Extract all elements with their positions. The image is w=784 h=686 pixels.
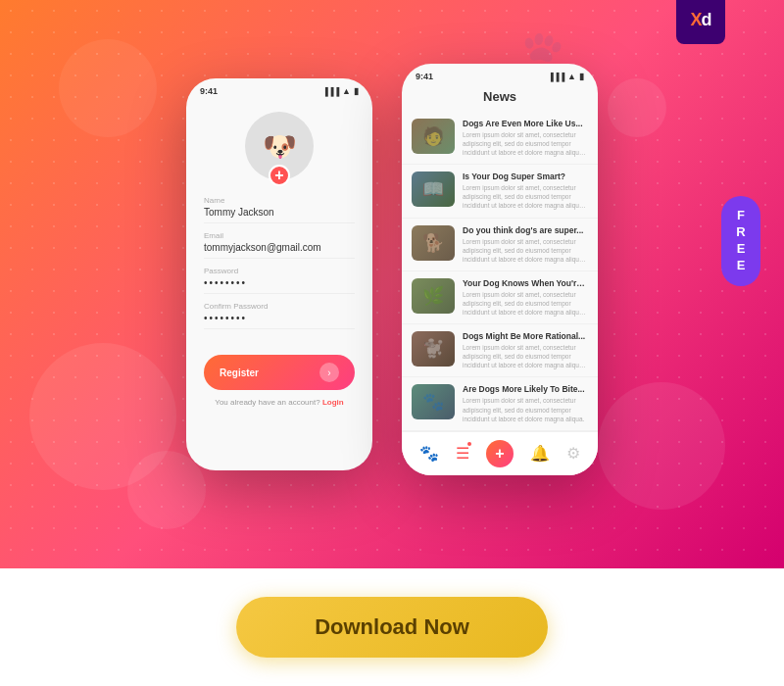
name-label: Name (204, 196, 355, 205)
list-nav-icon: ☰ (456, 445, 469, 462)
decorative-blob (127, 451, 206, 529)
battery-icon: ▮ (579, 72, 584, 81)
free-badge: F R E E (721, 196, 760, 286)
signal-icon: ▐▐▐ (322, 87, 339, 96)
add-photo-button[interactable]: + (269, 165, 290, 186)
password-value[interactable]: •••••••• (204, 277, 355, 294)
status-bar-news: 9:41 ▐▐▐ ▲ ▮ (402, 64, 598, 83)
free-label-e2: E (725, 258, 757, 274)
login-prompt: You already have an account? Login (186, 398, 372, 407)
news-item-body-1: Lorem ipsum dolor sit amet, consectetur … (463, 130, 588, 157)
free-label-r: R (725, 224, 757, 241)
bell-nav-icon: 🔔 (530, 445, 550, 462)
news-thumb-2: 📖 (412, 172, 455, 207)
thumb-silhouette-2: 📖 (412, 172, 455, 207)
name-value[interactable]: Tommy Jackson (204, 207, 355, 223)
news-content-4: Your Dog Knows When You're... Lorem ipsu… (463, 278, 588, 317)
xd-label: Xd (690, 10, 710, 29)
news-content-2: Is Your Dog Super Smart? Lorem ipsum dol… (463, 172, 588, 210)
news-item-title-4: Your Dog Knows When You're... (463, 278, 588, 288)
news-item-title-5: Dogs Might Be More Rational... (463, 331, 588, 341)
nav-news[interactable]: ☰ (456, 444, 469, 463)
news-item-title-1: Dogs Are Even More Like Us... (463, 119, 588, 128)
free-label-e1: E (725, 241, 757, 258)
nav-add-button[interactable]: + (486, 440, 514, 467)
register-arrow-icon: › (319, 363, 339, 382)
dog-icon: 🐶 (263, 130, 297, 163)
nav-paw[interactable]: 🐾 (419, 444, 439, 463)
battery-icon: ▮ (354, 86, 359, 96)
phone-register: 9:41 ▐▐▐ ▲ ▮ 🐶 + Name Tommy Jackson Emai… (186, 78, 372, 470)
bottom-nav: 🐾 ☰ + 🔔 ⚙ (402, 431, 598, 475)
news-thumb-1: 🧑 (412, 119, 455, 154)
status-icons-register: ▐▐▐ ▲ ▮ (322, 86, 359, 96)
status-icons-news: ▐▐▐ ▲ ▮ (548, 72, 584, 81)
wifi-icon: ▲ (342, 86, 351, 96)
decorative-blob (598, 382, 725, 510)
register-form: Name Tommy Jackson Email tommyjackson@gm… (186, 188, 372, 345)
time-news: 9:41 (416, 72, 433, 81)
download-section: Download Now (0, 568, 784, 686)
phone-news: 9:41 ▐▐▐ ▲ ▮ News 🧑 Dogs Are Even More L… (402, 64, 598, 475)
nav-settings[interactable]: ⚙ (566, 444, 580, 463)
news-content-3: Do you think dog's are super... Lorem ip… (463, 225, 588, 264)
news-item-body-4: Lorem ipsum dolor sit amet, consectetur … (463, 290, 588, 317)
news-item-title-2: Is Your Dog Super Smart? (463, 172, 588, 181)
thumb-silhouette-6: 🐾 (412, 384, 455, 419)
time-register: 9:41 (200, 86, 218, 96)
email-value[interactable]: tommyjackson@gmail.com (204, 242, 355, 259)
news-content-5: Dogs Might Be More Rational... Lorem ips… (463, 331, 588, 369)
thumb-silhouette-1: 🧑 (412, 119, 455, 154)
news-item[interactable]: 🌿 Your Dog Knows When You're... Lorem ip… (402, 271, 598, 324)
status-bar-register: 9:41 ▐▐▐ ▲ ▮ (186, 78, 372, 98)
banner: 🐾 Xd F R E E 9:41 ▐▐▐ ▲ ▮ 🐶 + (0, 0, 784, 568)
login-prompt-text: You already have an account? (215, 398, 319, 407)
avatar-section[interactable]: 🐶 + (186, 98, 372, 188)
thumb-silhouette-5: 🐩 (412, 331, 455, 367)
decorative-blob (608, 78, 666, 137)
password-label: Password (204, 267, 355, 275)
decorative-blob (59, 39, 157, 137)
xd-badge: Xd (676, 0, 725, 44)
news-item[interactable]: 🐩 Dogs Might Be More Rational... Lorem i… (402, 324, 598, 377)
news-thumb-4: 🌿 (412, 278, 455, 314)
signal-icon: ▐▐▐ (548, 73, 564, 81)
confirm-password-label: Confirm Password (204, 302, 355, 311)
news-list: 🧑 Dogs Are Even More Like Us... Lorem ip… (402, 112, 598, 431)
news-item-body-6: Lorem ipsum dolor sit amet, consectetur … (463, 396, 588, 422)
paw-nav-icon: 🐾 (419, 445, 439, 462)
register-button-label: Register (220, 368, 259, 378)
news-content-1: Dogs Are Even More Like Us... Lorem ipsu… (463, 119, 588, 157)
register-button[interactable]: Register › (204, 355, 355, 390)
news-content-6: Are Dogs More Likely To Bite... Lorem ip… (463, 384, 588, 422)
login-link[interactable]: Login (322, 398, 344, 407)
news-item-body-2: Lorem ipsum dolor sit amet, consectetur … (463, 183, 588, 210)
news-thumb-5: 🐩 (412, 331, 455, 367)
confirm-password-value[interactable]: •••••••• (204, 313, 355, 329)
news-item-body-3: Lorem ipsum dolor sit amet, consectetur … (463, 237, 588, 264)
news-item[interactable]: 📖 Is Your Dog Super Smart? Lorem ipsum d… (402, 165, 598, 218)
news-thumb-3: 🐕 (412, 225, 455, 261)
news-thumb-6: 🐾 (412, 384, 455, 419)
nav-active-dot (467, 442, 471, 446)
news-item-title-6: Are Dogs More Likely To Bite... (463, 384, 588, 394)
decorative-blob (29, 343, 176, 490)
nav-bell[interactable]: 🔔 (530, 444, 550, 463)
avatar-circle[interactable]: 🐶 + (245, 112, 314, 180)
news-item-title-3: Do you think dog's are super... (463, 225, 588, 235)
free-label: F (725, 208, 757, 224)
email-label: Email (204, 231, 355, 240)
wifi-icon: ▲ (567, 72, 576, 81)
download-button[interactable]: Download Now (236, 597, 548, 658)
news-item[interactable]: 🐾 Are Dogs More Likely To Bite... Lorem … (402, 377, 598, 430)
thumb-silhouette-3: 🐕 (412, 225, 455, 261)
news-item[interactable]: 🧑 Dogs Are Even More Like Us... Lorem ip… (402, 112, 598, 165)
thumb-silhouette-4: 🌿 (412, 278, 455, 314)
news-item-body-5: Lorem ipsum dolor sit amet, consectetur … (463, 343, 588, 369)
news-item[interactable]: 🐕 Do you think dog's are super... Lorem … (402, 219, 598, 271)
settings-nav-icon: ⚙ (566, 445, 580, 462)
news-title: News (402, 83, 598, 112)
